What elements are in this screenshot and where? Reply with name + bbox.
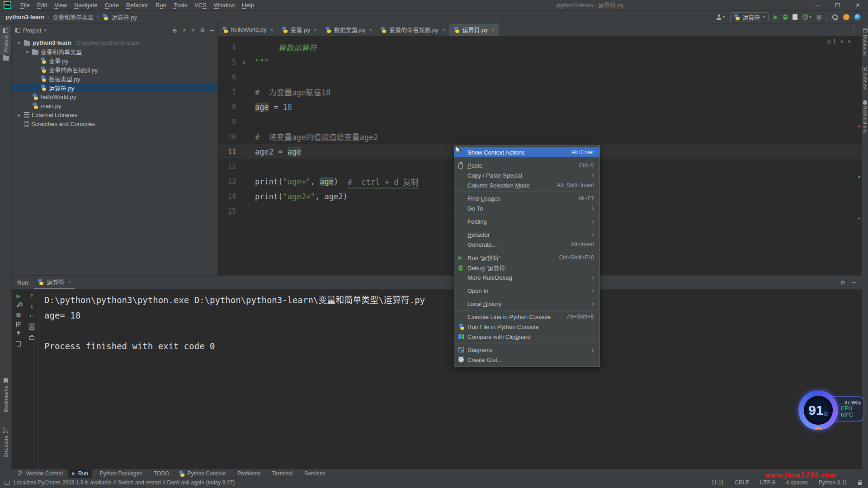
menu-view[interactable]: View [51, 0, 71, 11]
minimize-button[interactable] [807, 0, 827, 11]
code-line[interactable]: 7# 为变量age赋值18 [218, 84, 862, 99]
tab-close-icon[interactable]: × [491, 27, 495, 33]
editor-tab[interactable]: 变量.py× [278, 23, 321, 36]
stripe-tab-bookmarks[interactable]: Bookmarks [3, 378, 9, 413]
toolwindow-python-console[interactable]: Python Console [175, 469, 230, 478]
search-everywhere-button[interactable] [832, 14, 838, 20]
toolwindow-python-packages[interactable]: Python Packages [93, 469, 146, 478]
code-with-me-icon[interactable] [854, 14, 861, 20]
tab-close-icon[interactable]: × [314, 27, 317, 33]
hide-panel-button[interactable]: ─ [210, 28, 214, 33]
context-menu-item[interactable]: Find UsagesAlt+F7 [454, 193, 599, 203]
stop-button[interactable]: ■ [16, 312, 21, 318]
toolwindow-problems[interactable]: Problems [231, 469, 264, 478]
more-options-icon[interactable]: ⋮ [851, 23, 862, 36]
code-line[interactable]: 6 [218, 70, 862, 84]
inspection-widget[interactable]: ⚠ 1 ∧ ∨ [827, 38, 851, 45]
breadcrumb-project[interactable]: python3-learn [5, 14, 44, 20]
context-menu-item[interactable]: Execute Line in Python ConsoleAlt+Shift+… [454, 312, 599, 322]
tab-close-icon[interactable]: × [270, 27, 274, 33]
toolwindow-run[interactable]: ▶Run [68, 469, 92, 478]
collapse-all-button[interactable]: « [181, 28, 187, 32]
tree-row[interactable]: helloWorld.py [12, 92, 217, 101]
context-menu-item[interactable]: Debug '运算符' [454, 263, 599, 272]
stripe-tab-notifications[interactable]: Notifications [863, 100, 868, 134]
code-line[interactable]: 4 算数运算符 [218, 40, 862, 55]
context-menu-item[interactable]: PasteCtrl+V [454, 160, 599, 170]
soft-wrap-icon[interactable]: ↩ [29, 313, 34, 319]
system-monitor-widget[interactable]: ↓ 37.6K/s CPU 63°C 91分 [798, 390, 865, 432]
menu-refactor[interactable]: Refactor [123, 0, 152, 11]
expander-icon[interactable]: ▾ [16, 40, 22, 45]
expand-all-button[interactable]: » [190, 28, 196, 32]
stripe-tab-structure[interactable]: Structure [3, 428, 9, 457]
stripe-tab-project[interactable]: Project [0, 26, 11, 55]
breadcrumb-folder[interactable]: 变量和简单类型 [52, 13, 94, 21]
rerun-button[interactable]: ▶ [16, 293, 20, 299]
menu-tools[interactable]: Tools [170, 0, 191, 11]
prev-warning-icon[interactable]: ∧ [840, 39, 843, 44]
context-menu-item[interactable]: ▶Run '运算符'Ctrl+Shift+F10 [454, 253, 599, 263]
profiler-button[interactable]: ▾ [802, 14, 811, 20]
status-item[interactable]: Python 3.11 [819, 479, 847, 486]
settings-gear-icon[interactable]: ⚙ [840, 280, 846, 286]
menu-navigate[interactable]: Navigate [71, 0, 101, 11]
maximize-button[interactable] [827, 0, 848, 11]
restore-layout-icon[interactable] [16, 322, 21, 327]
code-line[interactable]: 10# 将变量age的值赋值给变量age2 [218, 129, 862, 144]
editor-tab[interactable]: 变量的命名规则.py× [376, 23, 449, 36]
run-configuration-select[interactable]: 运算符 ▾ [730, 12, 769, 22]
run-with-coverage-button[interactable] [793, 14, 797, 20]
tree-row[interactable]: ▸External Libraries [12, 110, 217, 119]
context-menu-item[interactable]: Go To› [454, 203, 599, 213]
context-menu-item[interactable]: Generate...Alt+Insert [454, 239, 599, 249]
event-log-icon[interactable] [5, 481, 9, 485]
close-button[interactable]: × [848, 0, 868, 11]
hide-panel-button[interactable]: ─ [852, 280, 855, 286]
tree-row[interactable]: ▾变量和简单类型 [12, 47, 217, 56]
toolwindow-todo[interactable]: TODO [147, 469, 173, 478]
status-item[interactable]: UTF-8 [760, 479, 775, 486]
tree-row[interactable]: 变量的命名规则.py [12, 65, 217, 74]
status-item[interactable]: 11:11 [711, 479, 724, 486]
update-notification-icon[interactable] [843, 14, 849, 20]
toolwindow-version-control[interactable]: Version Control [14, 469, 67, 478]
run-console-output[interactable]: D:\python\python3\python.exe D:\python\p… [39, 290, 862, 469]
tree-row[interactable]: 运算符.py [12, 83, 217, 92]
stop-button[interactable]: ■ [816, 14, 821, 20]
clear-console-icon[interactable] [17, 342, 21, 347]
run-button[interactable]: ▶ [774, 14, 778, 20]
menu-file[interactable]: File [17, 0, 33, 11]
tab-close-icon[interactable]: × [442, 27, 445, 33]
stripe-tab-sciview[interactable]: SciView [863, 66, 868, 90]
change-stripe-mark[interactable] [858, 176, 860, 178]
project-panel-title[interactable]: Project [23, 27, 41, 34]
tree-row[interactable]: ▾python3-learnD:\python\python3-learn [12, 38, 217, 47]
wrench-settings-icon[interactable] [16, 303, 21, 308]
menu-window[interactable]: Window [210, 0, 238, 11]
profile-button[interactable]: ▾ [716, 14, 725, 20]
menu-edit[interactable]: Edit [33, 0, 51, 11]
down-stacktrace-icon[interactable]: ↓ [29, 303, 34, 309]
close-icon[interactable]: × [68, 279, 71, 285]
error-stripe-mark[interactable] [858, 126, 860, 127]
tree-row[interactable]: main.py [12, 101, 217, 110]
status-message[interactable]: Localized PyCharm 2023.1.3 is available … [14, 479, 235, 486]
readonly-lock-icon[interactable] [858, 482, 862, 485]
context-menu-item[interactable]: Refactor› [454, 230, 599, 239]
context-menu-item[interactable]: Folding› [454, 216, 599, 226]
status-item[interactable]: 4 spaces [786, 479, 808, 486]
change-stripe-mark[interactable] [858, 218, 860, 219]
tree-row[interactable]: Scratches and Consoles [12, 119, 217, 128]
context-menu-item[interactable]: Column Selection ModeAlt+Shift+Insert [454, 180, 599, 190]
context-menu-item[interactable]: Compare with Clipboard [454, 332, 599, 342]
editor-tab[interactable]: 数据类型.py× [321, 23, 376, 36]
context-menu-item[interactable]: Run File in Python Console [454, 322, 599, 332]
tab-close-icon[interactable]: × [369, 27, 372, 33]
editor-tab[interactable]: helloWorld.py× [218, 23, 278, 36]
menu-vcs[interactable]: VCS [191, 0, 210, 11]
code-line[interactable]: 9 [218, 114, 862, 129]
context-menu-item[interactable]: Diagrams› [454, 345, 599, 355]
breadcrumb-file[interactable]: 运算符.py [112, 13, 137, 21]
context-menu-item[interactable]: Show Context ActionsAlt+Enter [454, 147, 599, 157]
